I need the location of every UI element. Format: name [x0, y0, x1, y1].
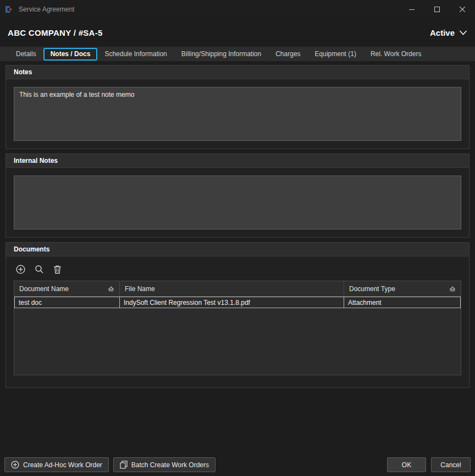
close-button[interactable] [450, 0, 475, 18]
view-document-button[interactable] [34, 264, 45, 275]
add-document-button[interactable] [15, 264, 26, 275]
internal-notes-group-title: Internal Notes [6, 154, 469, 168]
internal-notes-textarea[interactable] [14, 176, 461, 229]
cell-document-type: Attachment [344, 297, 460, 308]
documents-group: Documents [5, 242, 470, 388]
cell-document-name: test doc [15, 297, 120, 308]
cancel-button[interactable]: Cancel [431, 457, 471, 472]
tab-bar: Details Notes / Docs Schedule Informatio… [0, 47, 475, 61]
cell-file-name: IndySoft Client Regression Test v13.1.8.… [120, 297, 344, 308]
tab-billing-shipping-information[interactable]: Billing/Shipping Information [174, 47, 268, 61]
sort-icon[interactable] [449, 286, 456, 292]
maximize-button[interactable] [424, 0, 450, 18]
plus-circle-icon [11, 461, 19, 469]
documents-table: Document Name File Name Document Type te… [14, 281, 461, 375]
internal-notes-group: Internal Notes [5, 154, 470, 238]
batch-create-work-orders-button[interactable]: Batch Create Work Orders [113, 457, 216, 472]
notes-group: Notes This is an example of a test note … [5, 65, 470, 149]
tab-schedule-information[interactable]: Schedule Information [97, 47, 174, 61]
stacked-documents-icon [120, 461, 128, 469]
app-icon [4, 5, 14, 14]
status-dropdown[interactable]: Active [430, 28, 467, 37]
status-label: Active [430, 28, 455, 37]
search-icon [35, 265, 44, 274]
record-header: ABC COMPANY / #SA-5 Active [0, 18, 475, 47]
tab-rel-work-orders[interactable]: Rel. Work Orders [363, 47, 428, 61]
documents-toolbar [15, 264, 461, 275]
column-header-document-name[interactable]: Document Name [14, 281, 120, 296]
close-icon [460, 7, 465, 12]
tab-details[interactable]: Details [9, 47, 43, 61]
notes-textarea[interactable]: This is an example of a test note memo [14, 87, 461, 141]
ok-button[interactable]: OK [387, 457, 426, 472]
tab-charges[interactable]: Charges [268, 47, 307, 61]
window-controls [399, 0, 475, 18]
create-adhoc-work-order-button[interactable]: Create Ad-Hoc Work Order [4, 457, 109, 472]
tab-equipment[interactable]: Equipment (1) [308, 47, 363, 61]
footer-bar: Create Ad-Hoc Work Order Batch Create Wo… [0, 457, 475, 472]
maximize-icon [434, 7, 440, 12]
tab-notes-docs[interactable]: Notes / Docs [43, 48, 98, 61]
notes-group-title: Notes [6, 65, 469, 79]
trash-icon [53, 265, 62, 274]
delete-document-button[interactable] [52, 264, 63, 275]
notes-group-body: This is an example of a test note memo [6, 79, 469, 149]
column-header-document-type[interactable]: Document Type [344, 281, 461, 296]
page-title: ABC COMPANY / #SA-5 [8, 28, 103, 37]
sort-icon[interactable] [108, 286, 114, 292]
window-title: Service Agreement [19, 6, 74, 13]
titlebar: Service Agreement [0, 0, 475, 18]
minimize-icon [409, 7, 415, 12]
table-row[interactable]: test doc IndySoft Client Regression Test… [14, 297, 461, 308]
internal-notes-group-body [6, 168, 469, 237]
documents-group-body: Document Name File Name Document Type te… [6, 256, 469, 387]
minimize-button[interactable] [399, 0, 424, 18]
column-header-file-name[interactable]: File Name [120, 281, 344, 296]
chevron-down-icon [459, 30, 467, 35]
plus-circle-icon [16, 265, 25, 274]
documents-group-title: Documents [6, 243, 469, 256]
documents-table-header: Document Name File Name Document Type [14, 281, 461, 297]
